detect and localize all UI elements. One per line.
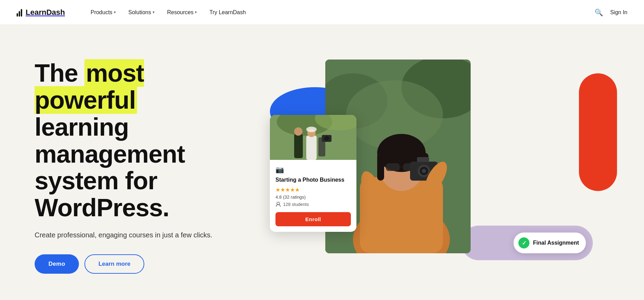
nav-products[interactable]: Products ▾ xyxy=(86,7,121,18)
demo-button[interactable]: Demo xyxy=(35,254,79,274)
svg-point-30 xyxy=(324,136,329,141)
logo-icon xyxy=(17,8,22,17)
sign-in-link[interactable]: Sign In xyxy=(610,9,627,16)
check-icon: ✓ xyxy=(518,237,529,248)
final-assignment-badge: ✓ Final Assignment xyxy=(514,233,586,253)
chevron-down-icon: ▾ xyxy=(195,10,197,15)
svg-rect-10 xyxy=(386,163,400,171)
svg-rect-23 xyxy=(294,134,303,158)
hero-buttons: Demo Learn more xyxy=(35,254,235,274)
camera-icon: 📷 xyxy=(275,165,351,174)
learn-more-button[interactable]: Learn more xyxy=(84,254,144,274)
badge-label: Final Assignment xyxy=(533,240,579,246)
card-title: Starting a Photo Business xyxy=(275,176,351,184)
nav-resources[interactable]: Resources ▾ xyxy=(162,7,202,18)
chevron-down-icon: ▾ xyxy=(114,10,116,15)
chevron-down-icon: ▾ xyxy=(153,10,155,15)
red-shape-decoration xyxy=(579,73,617,191)
logo-text: LearnDash xyxy=(26,8,65,17)
svg-rect-25 xyxy=(306,136,317,160)
card-rating: 4.8 (32 ratings) xyxy=(275,194,351,200)
course-card: 📷 Starting a Photo Business ★★★★★ 4.8 (3… xyxy=(270,115,356,232)
svg-point-27 xyxy=(306,127,317,132)
nav-solutions[interactable]: Solutions ▾ xyxy=(124,7,160,18)
hero-headline: The most powerful learning management sy… xyxy=(35,60,235,221)
svg-point-24 xyxy=(294,127,302,136)
navbar: LearnDash Products ▾ Solutions ▾ Resourc… xyxy=(0,0,644,25)
students-icon xyxy=(275,202,281,207)
hero-right-visual: 📷 Starting a Photo Business ★★★★★ 4.8 (3… xyxy=(256,46,627,288)
card-students: 128 students xyxy=(275,202,351,207)
nav-actions: 🔍 Sign In xyxy=(595,8,627,17)
nav-try-learndash[interactable]: Try LearnDash xyxy=(205,7,251,18)
svg-point-16 xyxy=(422,169,426,173)
hero-section: The most powerful learning management sy… xyxy=(0,25,644,300)
card-image xyxy=(270,115,356,160)
hero-subtext: Create professional, engaging courses in… xyxy=(35,231,235,239)
card-body: 📷 Starting a Photo Business ★★★★★ 4.8 (3… xyxy=(270,160,356,232)
card-stars: ★★★★★ xyxy=(275,187,351,193)
hero-left-content: The most powerful learning management sy… xyxy=(35,60,235,274)
logo[interactable]: LearnDash xyxy=(17,8,86,17)
svg-rect-8 xyxy=(377,153,384,181)
svg-rect-17 xyxy=(417,157,429,162)
enroll-button[interactable]: Enroll xyxy=(275,212,351,226)
search-icon[interactable]: 🔍 xyxy=(595,8,603,17)
nav-links: Products ▾ Solutions ▾ Resources ▾ Try L… xyxy=(86,7,595,18)
